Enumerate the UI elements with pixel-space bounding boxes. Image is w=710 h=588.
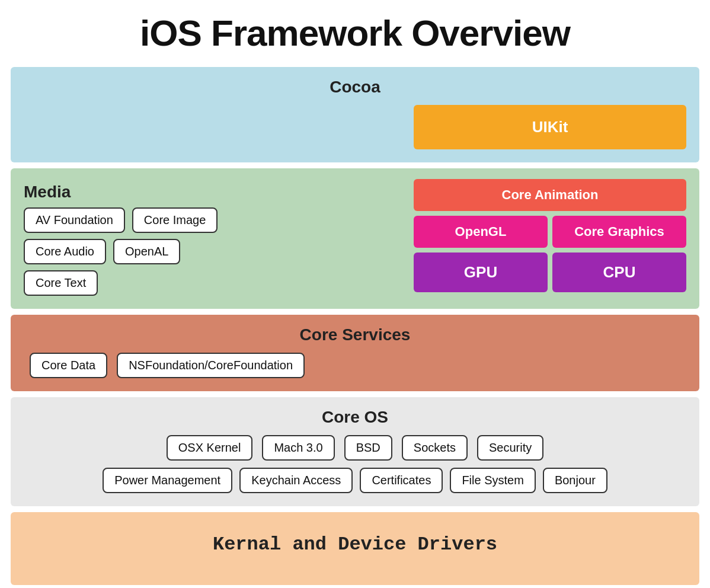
core-graphics-box: Core Graphics (552, 216, 686, 248)
tag-core-text: Core Text (24, 270, 98, 296)
cpu-box: CPU (552, 253, 686, 292)
tag-certificates: Certificates (360, 468, 443, 493)
cocoa-content: UIKit (24, 105, 686, 149)
tag-file-system: File System (450, 468, 535, 493)
media-left: Media AV Foundation Core Image Core Audi… (24, 179, 404, 296)
media-opengl-row: OpenGL Core Graphics (414, 216, 686, 248)
tag-osx-kernel: OSX Kernel (167, 435, 253, 461)
tag-core-audio: Core Audio (24, 239, 106, 264)
media-row2: Core Audio OpenAL (24, 239, 404, 264)
media-content: Media AV Foundation Core Image Core Audi… (24, 179, 686, 296)
opengl-box: OpenGL (414, 216, 548, 248)
cocoa-layer: Cocoa UIKit (11, 67, 699, 162)
media-gpu-row: GPU CPU (414, 253, 686, 292)
coreos-row1: OSX Kernel Mach 3.0 BSD Sockets Security (24, 435, 686, 461)
core-services-layer: Core Services Core Data NSFoundation/Cor… (11, 315, 699, 391)
media-row3: Core Text (24, 270, 404, 296)
tag-core-data: Core Data (30, 353, 107, 378)
tag-sockets: Sockets (402, 435, 468, 461)
core-os-title: Core OS (24, 408, 686, 427)
tag-nsfoundation: NSFoundation/CoreFoundation (117, 353, 305, 378)
media-title: Media (24, 179, 404, 202)
tag-av-foundation: AV Foundation (24, 207, 125, 233)
tag-bsd: BSD (344, 435, 392, 461)
media-right: Core Animation OpenGL Core Graphics GPU … (414, 179, 686, 292)
tag-openal: OpenAL (113, 239, 180, 264)
gpu-box: GPU (414, 253, 548, 292)
uikit-box: UIKit (414, 105, 686, 149)
tag-security: Security (477, 435, 543, 461)
services-tags: Core Data NSFoundation/CoreFoundation (24, 353, 686, 378)
tag-mach: Mach 3.0 (262, 435, 334, 461)
media-layer: Media AV Foundation Core Image Core Audi… (11, 168, 699, 309)
core-animation-box: Core Animation (414, 179, 686, 211)
core-os-layer: Core OS OSX Kernel Mach 3.0 BSD Sockets … (11, 397, 699, 506)
tag-bonjour: Bonjour (543, 468, 607, 493)
kernel-title: Kernal and Device Drivers (24, 533, 686, 555)
tag-core-image: Core Image (132, 207, 218, 233)
cocoa-title: Cocoa (24, 78, 686, 97)
coreos-row2: Power Management Keychain Access Certifi… (24, 468, 686, 493)
core-services-title: Core Services (24, 325, 686, 344)
kernel-layer: Kernal and Device Drivers (11, 512, 699, 585)
tag-keychain-access: Keychain Access (239, 468, 353, 493)
tag-power-management: Power Management (103, 468, 232, 493)
media-row1: AV Foundation Core Image (24, 207, 404, 233)
page-title: iOS Framework Overview (11, 12, 699, 54)
